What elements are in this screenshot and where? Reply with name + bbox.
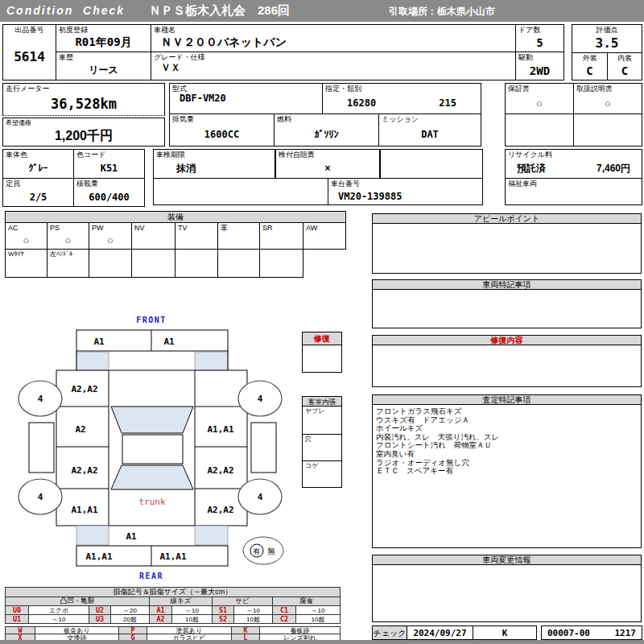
left-panel-damage-4: A1,A1	[71, 505, 97, 515]
equip-label-leather: 革	[218, 223, 259, 232]
score-label: 評価点	[572, 25, 642, 34]
load-capacity-cell: 積載量 600/400	[73, 178, 145, 207]
equip-mark-leather	[218, 232, 259, 249]
drive-cell: 駆動 2WD	[515, 52, 564, 80]
legend-value: 10超	[233, 614, 273, 624]
owners-manual-mark: ○	[574, 93, 642, 114]
assessment-note: フロントガラス飛石キズ	[376, 407, 638, 416]
equip-label-ac: AC	[6, 223, 47, 232]
equip-mark-ps: ○	[47, 232, 89, 249]
owners-manual-cell: 取扱説明書 ○	[573, 83, 642, 114]
tire-tread-rear-left: 4	[38, 492, 43, 502]
right-panel-damage-2: A1,A1	[207, 424, 233, 435]
vehicle-notes-box	[372, 289, 642, 328]
body-color-value: ｸﾞﾚｰ	[3, 159, 73, 178]
first-registration-cell: 初度登録 R01年09月	[56, 24, 151, 52]
equip-cell-sr: SR	[259, 222, 303, 250]
tire-tread-front-right: 4	[258, 394, 263, 404]
equip-cell-aw: AW	[303, 222, 346, 250]
equip-label-ps: PS	[47, 223, 89, 232]
cabin-hole-label: 穴	[303, 435, 341, 444]
legend-code: A2	[149, 614, 172, 624]
exterior-grade-cell: 外装 C	[572, 52, 608, 80]
grade-value: ＶＸ	[151, 61, 515, 80]
repair-header: 修復	[302, 332, 342, 345]
inspection-expiry-label: 車検期限	[154, 150, 275, 159]
right-panel-damage-4: A2,A2	[207, 505, 233, 515]
equip-cell-ac: AC ○	[5, 222, 47, 250]
interior-grade-value: C	[608, 62, 642, 80]
brand-logo: Condition Check	[6, 4, 125, 17]
bottom-bar	[0, 640, 644, 644]
chassis-number-cell: 車台番号 VM20-139885	[328, 178, 483, 205]
odometer-value: 36,528km	[3, 93, 164, 115]
welfare-vehicle-label: 福祉車両	[506, 179, 642, 188]
change-info-box	[372, 564, 642, 622]
equip-mark-pw: ○	[89, 232, 131, 249]
capacity-value: 2/5	[3, 188, 73, 206]
vehicle-history-label: 車歴	[56, 52, 151, 61]
empty-cell	[153, 178, 328, 205]
model-name-label: 車種名	[151, 25, 515, 34]
recycle-fee-cell: リサイクル料 預託済7,460円	[505, 149, 642, 179]
roof-panel	[122, 435, 183, 464]
legend-code: C2	[272, 614, 296, 624]
owners-manual-label: 取扱説明書	[574, 84, 642, 93]
empty-cell	[505, 114, 574, 147]
legend-value: 20超	[110, 614, 150, 624]
assessment-note: フロントシート汚れ 荷物室ＡＵ	[376, 441, 638, 450]
class-number-cell: 指定・類別 16280215	[322, 83, 481, 114]
condition-check-sheet: Condition Check ＮＰＳ栃木入札会 286回 引取場所：栃木県小山…	[0, 0, 644, 644]
equip-label-wtire: Wﾀｲﾔ	[6, 250, 47, 258]
inspection-expiry-cell: 車検期限 抹消	[153, 149, 275, 179]
model-code-value: DBF-VM20	[170, 93, 322, 114]
warranty-book-label: 保証書	[506, 84, 573, 93]
insurance-mark: ×	[276, 159, 379, 178]
equip-label-sr: SR	[260, 223, 303, 232]
model-code-cell: 型式 DBF-VM20	[169, 83, 323, 114]
equip-mark-tv	[175, 232, 217, 249]
equip-cell-leather: 革	[217, 222, 260, 250]
legend-code: S2	[212, 614, 234, 624]
vehicle-history-value: リース	[56, 61, 151, 80]
first-registration-value: R01年09月	[56, 34, 151, 52]
grade-cell: グレード・仕様 ＶＸ	[151, 52, 516, 80]
equip-label-nv: NV	[132, 223, 175, 232]
legend-value: 10超	[295, 614, 341, 624]
color-code-value: K51	[74, 159, 144, 178]
check-code: 00007-00	[547, 628, 590, 638]
doors-label: ドア数	[516, 25, 564, 34]
pillar-shade	[195, 352, 228, 370]
check-code-values: 00007-001217	[542, 626, 642, 639]
diagram-rear-label: REAR	[139, 572, 163, 580]
right-panel-damage-3: A2,A2	[207, 465, 233, 476]
inspection-expiry-value: 抹消	[154, 159, 275, 178]
trunk-label: trunk	[138, 497, 165, 507]
left-panel-damage-3: A2,A2	[71, 465, 97, 476]
pillar-shade	[76, 352, 109, 370]
assessment-notes-box: フロントガラス飛石キズ ウスキズ有 ドアエッジＡ ホイールキズ 内装汚れ、スレ …	[372, 404, 642, 548]
appeal-points-box	[372, 223, 642, 274]
warranty-book-cell: 保証書 ○	[505, 83, 574, 114]
equip-cell-empty	[131, 249, 175, 278]
chassis-number-value: VM20-139885	[328, 188, 482, 204]
legend-value: 10超	[171, 614, 213, 624]
cabin-burn-label: コゲ	[303, 461, 341, 470]
mirror-right	[251, 423, 276, 473]
score-value: 3.5	[572, 34, 642, 52]
equip-cell-empty	[217, 249, 260, 278]
body-color-cell: 車体色 ｸﾞﾚｰ	[2, 149, 74, 179]
color-code-cell: 色コード K51	[73, 149, 145, 179]
repair-detail-box	[372, 345, 642, 387]
interior-grade-label: 内装	[608, 53, 642, 62]
equip-mark-sr	[260, 232, 303, 249]
welfare-vehicle-cell: 福祉車両	[505, 178, 642, 205]
equip-cell-empty	[175, 249, 218, 278]
equip-cell-tv: TV	[175, 222, 218, 250]
odometer-cell: 走行メーター 36,528km	[2, 83, 165, 116]
tire-tread-rear-right: 4	[258, 492, 263, 502]
capacity-cell: 定員 2/5	[2, 178, 74, 207]
grade-label: グレード・仕様	[151, 52, 515, 61]
transmission-value: DAT	[379, 123, 481, 146]
legend-value: ～10	[28, 614, 89, 624]
